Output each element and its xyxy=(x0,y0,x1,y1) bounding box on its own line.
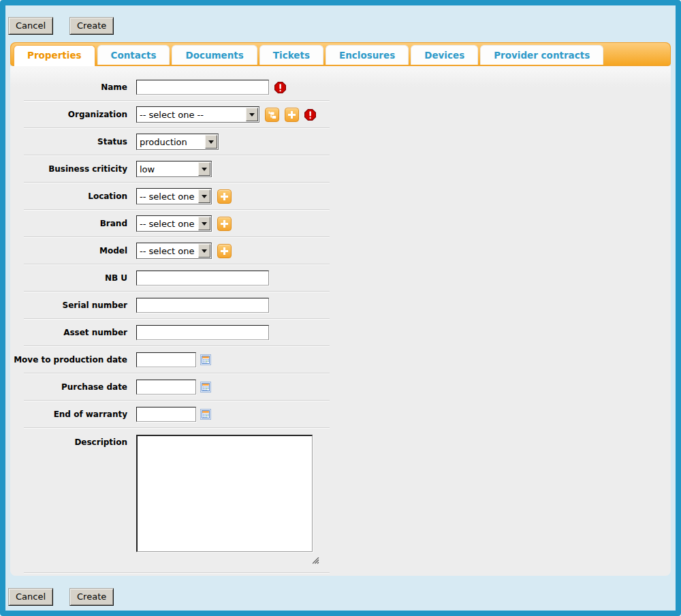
plus-icon xyxy=(221,193,228,200)
move-to-production-date-calendar-button[interactable] xyxy=(200,354,211,365)
row-separator xyxy=(24,572,330,574)
field-row-move-to-production-date: Move to production date xyxy=(10,347,671,373)
field-row-asset-number: Asset number xyxy=(10,320,671,345)
brand-add-button[interactable] xyxy=(217,217,232,231)
bottom-action-toolbar: Cancel Create xyxy=(5,576,676,611)
chevron-down-icon[interactable] xyxy=(246,108,258,121)
field-controls-purchase-date xyxy=(136,380,211,395)
field-row-status: Statusproduction xyxy=(10,129,671,155)
field-row-location: Location-- select one -- xyxy=(10,183,671,209)
top-action-toolbar: Cancel Create xyxy=(5,5,676,42)
description-textarea[interactable] xyxy=(136,435,313,552)
field-controls-asset-number xyxy=(136,325,269,340)
purchase-date-calendar-button[interactable] xyxy=(200,382,211,392)
brand-select-value: -- select one -- xyxy=(137,216,197,231)
field-label-purchase-date: Purchase date xyxy=(10,382,136,392)
tab-contacts[interactable]: Contacts xyxy=(97,45,170,65)
field-controls-serial-number xyxy=(136,298,269,313)
create-button-bottom[interactable]: Create xyxy=(69,588,114,606)
field-controls-move-to-production-date xyxy=(136,352,211,367)
field-controls-organization: -- select one -- xyxy=(136,106,316,123)
tab-devices[interactable]: Devices xyxy=(411,45,478,65)
tab-documents[interactable]: Documents xyxy=(172,45,257,65)
chevron-down-icon[interactable] xyxy=(205,135,217,149)
cancel-button-top[interactable]: Cancel xyxy=(8,17,53,35)
end-of-warranty-calendar-button[interactable] xyxy=(200,409,211,420)
tab-properties[interactable]: Properties xyxy=(14,45,95,66)
calendar-icon xyxy=(200,409,211,420)
field-controls-brand: -- select one -- xyxy=(136,215,232,232)
field-controls-end-of-warranty xyxy=(136,407,211,422)
organization-add-button[interactable] xyxy=(285,108,299,122)
field-controls-name xyxy=(136,80,286,95)
field-controls-business-criticity: low xyxy=(136,161,212,177)
field-label-serial-number: Serial number xyxy=(10,301,136,310)
field-row-model: Model-- select one -- xyxy=(10,238,671,264)
chevron-down-icon[interactable] xyxy=(198,162,210,176)
field-row-nb-u: NB U xyxy=(10,265,671,291)
field-controls-description xyxy=(136,435,313,555)
location-select[interactable]: -- select one -- xyxy=(136,188,212,204)
location-select-value: -- select one -- xyxy=(137,189,197,204)
name-input[interactable] xyxy=(136,80,269,95)
purchase-date-input[interactable] xyxy=(136,380,196,395)
mandatory-icon xyxy=(274,82,286,93)
field-label-move-to-production-date: Move to production date xyxy=(10,355,136,365)
field-row-brand: Brand-- select one -- xyxy=(10,211,671,236)
model-select-value: -- select one -- xyxy=(137,243,197,258)
field-label-brand: Brand xyxy=(10,219,136,228)
tab-bar: PropertiesContactsDocumentsTicketsEnclos… xyxy=(10,42,671,66)
create-button-top[interactable]: Create xyxy=(69,17,114,35)
resize-handle-icon[interactable] xyxy=(313,557,319,564)
plus-icon xyxy=(221,247,228,255)
mandatory-icon xyxy=(304,109,316,121)
location-add-button[interactable] xyxy=(217,189,232,204)
field-label-model: Model xyxy=(10,246,136,256)
model-add-button[interactable] xyxy=(217,244,232,258)
field-label-description: Description xyxy=(10,435,136,447)
field-label-name: Name xyxy=(10,82,136,92)
properties-tab-panel: NameOrganization-- select one --Statuspr… xyxy=(10,66,671,576)
end-of-warranty-input[interactable] xyxy=(136,407,196,422)
cancel-button-bottom[interactable]: Cancel xyxy=(8,588,53,606)
description-textarea-wrap xyxy=(136,435,313,555)
field-label-status: Status xyxy=(10,137,136,147)
tab-provider-contracts[interactable]: Provider contracts xyxy=(480,45,603,65)
field-controls-location: -- select one -- xyxy=(136,188,232,204)
calendar-icon xyxy=(200,382,211,392)
organization-select-value: -- select one -- xyxy=(137,107,245,122)
asset-number-input[interactable] xyxy=(136,325,269,340)
plus-icon xyxy=(288,111,296,119)
field-label-nb-u: NB U xyxy=(10,273,136,283)
business-criticity-select[interactable]: low xyxy=(136,161,212,177)
business-criticity-select-value: low xyxy=(137,161,197,176)
hierarchy-icon xyxy=(268,110,276,119)
chevron-down-icon[interactable] xyxy=(198,217,210,230)
serial-number-input[interactable] xyxy=(136,298,269,313)
status-select[interactable]: production xyxy=(136,134,219,150)
field-label-organization: Organization xyxy=(10,110,136,119)
move-to-production-date-input[interactable] xyxy=(136,352,196,367)
status-select-value: production xyxy=(137,134,204,149)
creation-form: NameOrganization-- select one --Statuspr… xyxy=(10,66,671,574)
chevron-down-icon[interactable] xyxy=(198,244,210,258)
plus-icon xyxy=(221,220,228,228)
nb-u-input[interactable] xyxy=(136,271,269,286)
brand-select[interactable]: -- select one -- xyxy=(136,215,212,232)
field-controls-model: -- select one -- xyxy=(136,243,232,259)
field-row-serial-number: Serial number xyxy=(10,292,671,318)
field-label-business-criticity: Business criticity xyxy=(10,164,136,174)
chevron-down-icon[interactable] xyxy=(198,189,210,203)
create-object-window: Cancel Create PropertiesContactsDocument… xyxy=(0,0,681,616)
organization-select[interactable]: -- select one -- xyxy=(136,106,259,123)
model-select[interactable]: -- select one -- xyxy=(136,243,212,259)
tab-tickets[interactable]: Tickets xyxy=(259,45,323,65)
field-row-organization: Organization-- select one -- xyxy=(10,102,671,127)
tab-enclosures[interactable]: Enclosures xyxy=(326,45,409,65)
field-row-business-criticity: Business criticitylow xyxy=(10,156,671,182)
organization-hierarchy-button[interactable] xyxy=(265,108,279,122)
field-label-asset-number: Asset number xyxy=(10,328,136,337)
field-row-end-of-warranty: End of warranty xyxy=(10,401,671,427)
field-row-purchase-date: Purchase date xyxy=(10,374,671,400)
field-row-name: Name xyxy=(10,74,671,100)
